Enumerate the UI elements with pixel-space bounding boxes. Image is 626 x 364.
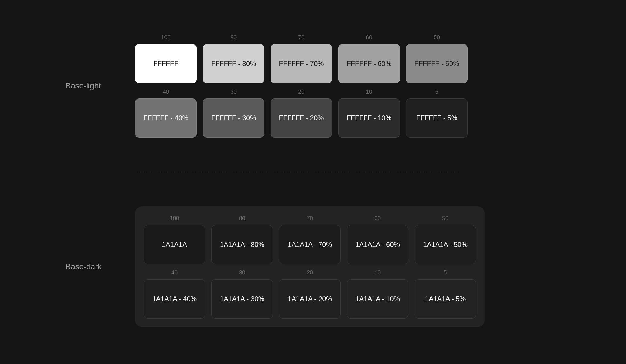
light-swatch-item: 60FFFFFF - 60% <box>338 34 400 83</box>
swatch-number: 5 <box>435 88 438 95</box>
light-swatch-item: 5FFFFFF - 5% <box>406 88 468 138</box>
swatch-number: 10 <box>374 269 381 276</box>
dark-swatch-item: 701A1A1A - 70% <box>279 215 341 264</box>
color-swatch[interactable]: FFFFFF - 30% <box>203 98 264 138</box>
light-swatch-item: 20FFFFFF - 20% <box>271 88 332 138</box>
dark-swatch-item: 601A1A1A - 60% <box>347 215 408 264</box>
dark-swatch-item: 501A1A1A - 50% <box>415 215 476 264</box>
dark-swatch-item: 1001A1A1A <box>144 215 205 264</box>
color-swatch[interactable]: FFFFFF - 5% <box>406 98 468 138</box>
color-swatch[interactable]: FFFFFF - 60% <box>338 44 400 83</box>
color-swatch[interactable]: FFFFFF - 50% <box>406 44 468 83</box>
base-light-label: Base-light <box>65 81 111 90</box>
section-divider <box>135 172 460 172</box>
color-swatch[interactable]: FFFFFF - 10% <box>338 98 400 138</box>
swatch-number: 70 <box>298 34 304 41</box>
color-swatch[interactable]: FFFFFF <box>135 44 197 83</box>
dark-swatch-item: 101A1A1A - 10% <box>347 269 408 318</box>
base-light-section: Base-light 100FFFFFF80FFFFFF - 80%70FFFF… <box>65 34 561 138</box>
swatch-number: 40 <box>163 88 169 95</box>
color-swatch[interactable]: 1A1A1A - 50% <box>415 225 476 264</box>
color-swatch[interactable]: FFFFFF - 80% <box>203 44 264 83</box>
swatch-number: 100 <box>170 215 179 222</box>
swatch-number: 30 <box>230 88 237 95</box>
light-swatch-item: 100FFFFFF <box>135 34 197 83</box>
light-swatch-item: 10FFFFFF - 10% <box>338 88 400 138</box>
color-swatch[interactable]: 1A1A1A - 10% <box>347 279 408 318</box>
color-swatch[interactable]: 1A1A1A - 40% <box>144 279 205 318</box>
swatch-number: 40 <box>171 269 178 276</box>
swatch-number: 50 <box>434 34 440 41</box>
light-swatch-item: 80FFFFFF - 80% <box>203 34 264 83</box>
light-swatch-item: 70FFFFFF - 70% <box>271 34 332 83</box>
color-swatch[interactable]: 1A1A1A - 80% <box>211 225 273 264</box>
color-swatch[interactable]: FFFFFF - 40% <box>135 98 197 138</box>
light-swatch-item: 30FFFFFF - 30% <box>203 88 264 138</box>
base-light-grid: 100FFFFFF80FFFFFF - 80%70FFFFFF - 70%60F… <box>135 34 468 138</box>
swatch-number: 20 <box>307 269 313 276</box>
swatch-number: 20 <box>298 88 304 95</box>
dark-swatch-item: 401A1A1A - 40% <box>144 269 205 318</box>
dark-swatch-item: 201A1A1A - 20% <box>279 269 341 318</box>
swatch-number: 50 <box>442 215 448 222</box>
color-swatch[interactable]: 1A1A1A - 70% <box>279 225 341 264</box>
base-dark-container: 1001A1A1A801A1A1A - 80%701A1A1A - 70%601… <box>135 206 485 327</box>
swatch-number: 60 <box>374 215 381 222</box>
color-swatch[interactable]: 1A1A1A <box>144 225 205 264</box>
base-dark-grid: 1001A1A1A801A1A1A - 80%701A1A1A - 70%601… <box>144 215 476 318</box>
swatch-number: 80 <box>230 34 237 41</box>
color-swatch[interactable]: 1A1A1A - 5% <box>415 279 476 318</box>
color-swatch[interactable]: 1A1A1A - 60% <box>347 225 408 264</box>
color-swatch[interactable]: FFFFFF - 70% <box>271 44 332 83</box>
swatch-number: 80 <box>239 215 245 222</box>
color-swatch[interactable]: 1A1A1A - 20% <box>279 279 341 318</box>
swatch-number: 10 <box>366 88 372 95</box>
dark-swatch-item: 51A1A1A - 5% <box>415 269 476 318</box>
color-swatch[interactable]: FFFFFF - 20% <box>271 98 332 138</box>
base-dark-label: Base-dark <box>65 262 111 271</box>
dark-swatch-item: 301A1A1A - 30% <box>211 269 273 318</box>
light-swatch-item: 50FFFFFF - 50% <box>406 34 468 83</box>
dark-swatch-item: 801A1A1A - 80% <box>211 215 273 264</box>
light-swatch-item: 40FFFFFF - 40% <box>135 88 197 138</box>
swatch-number: 5 <box>444 269 447 276</box>
swatch-number: 30 <box>239 269 245 276</box>
swatch-number: 60 <box>366 34 372 41</box>
color-swatch[interactable]: 1A1A1A - 30% <box>211 279 273 318</box>
swatch-number: 70 <box>307 215 313 222</box>
swatch-number: 100 <box>161 34 170 41</box>
